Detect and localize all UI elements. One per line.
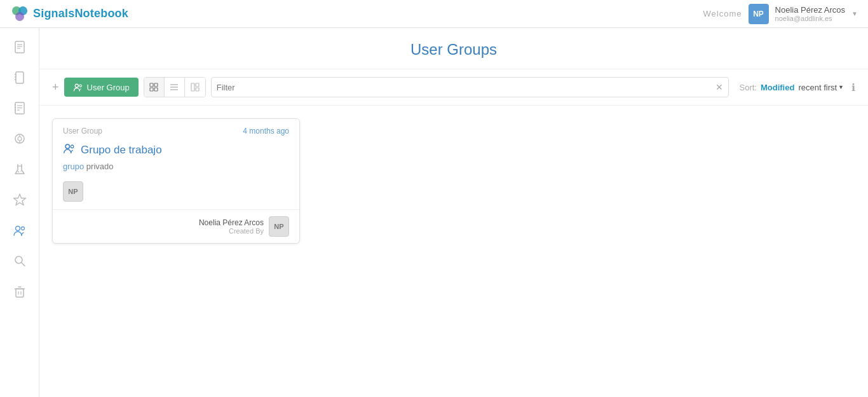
svg-rect-46 [196,88,199,91]
toolbar: + User Group [39,69,868,106]
sidebar-item-user-groups[interactable] [6,216,34,244]
user-menu-chevron[interactable]: ▼ [851,10,858,17]
card-footer: Noelia Pérez Arcos Created By NP [53,209,299,243]
sidebar-item-search[interactable] [6,247,34,275]
svg-point-2 [15,12,24,21]
svg-rect-15 [15,104,16,106]
card-title: Grupo de trabajo [81,144,162,157]
svg-point-23 [18,171,19,172]
svg-rect-38 [154,83,158,87]
member-avatar: NP [63,181,83,202]
card-type: User Group [63,127,102,136]
page-title: User Groups [39,41,868,59]
filter-wrap: ✕ [211,77,729,97]
svg-point-24 [20,171,21,171]
sidebar-item-lab[interactable] [6,155,34,183]
creator-name: Noelia Pérez Arcos [199,218,264,227]
svg-rect-45 [196,83,199,87]
svg-rect-39 [150,88,153,91]
svg-point-19 [18,137,22,141]
info-icon[interactable]: ℹ [851,81,855,94]
filter-clear-button[interactable]: ✕ [715,82,723,92]
sidebar-item-chemistry[interactable] [6,125,34,153]
list-icon [170,83,179,92]
user-email: noelia@addlink.es [775,15,832,22]
header-right: Welcome NP Noelia Pérez Arcos noelia@add… [703,4,858,24]
svg-rect-17 [15,109,16,111]
svg-line-29 [22,263,25,266]
sidebar [0,28,39,397]
welcome-text: Welcome [703,9,742,18]
split-icon [191,83,200,92]
svg-rect-30 [16,289,24,297]
card-header: User Group 4 months ago [53,119,299,139]
creator-avatar: NP [269,216,289,237]
page-title-bar: User Groups [39,28,868,69]
add-icon[interactable]: + [52,81,59,94]
sidebar-item-favorites[interactable] [6,186,34,214]
card-title-row: Grupo de trabajo [53,139,299,160]
svg-marker-25 [13,194,25,205]
svg-point-28 [15,256,22,263]
card-title-icon [63,142,76,158]
created-by-text: Noelia Pérez Arcos Created By [199,218,264,235]
card-subtitle: grupo privado [53,160,299,178]
logo-text: SignalsNotebook [33,7,128,20]
sidebar-item-journal[interactable] [6,33,34,61]
sort-area: Sort: Modified recent first ▼ ℹ [739,81,855,94]
sort-label: Sort: [739,83,756,92]
svg-point-27 [21,227,24,230]
header-avatar: NP [749,4,769,24]
view-toggle [144,77,206,97]
list-view-button[interactable] [165,78,185,97]
svg-point-48 [71,145,74,148]
main-layout: User Groups + User Group [0,28,868,397]
cards-area: User Group 4 months ago Grupo de trabajo [39,106,868,256]
top-header: SignalsNotebook Welcome NP Noelia Pérez … [0,0,868,28]
card-subtitle-rest: privado [84,162,113,171]
user-group-icon [73,82,83,92]
sidebar-item-notebook[interactable] [6,64,34,92]
grid-view-button[interactable] [144,78,165,97]
svg-point-35 [75,84,78,87]
svg-rect-44 [191,83,194,91]
svg-rect-37 [150,83,153,87]
card-members: NP [53,178,299,209]
card-time: 4 months ago [243,127,289,136]
user-info: Noelia Pérez Arcos noelia@addlink.es [775,5,846,22]
user-name: Noelia Pérez Arcos [775,5,846,15]
filter-input[interactable] [217,83,716,92]
sidebar-item-report[interactable] [6,94,34,122]
sort-order-button[interactable]: recent first ▼ [798,83,844,92]
svg-rect-40 [154,88,158,91]
svg-rect-16 [15,107,16,108]
logo-icon [10,4,29,24]
svg-rect-7 [16,72,24,83]
svg-point-47 [65,144,69,148]
sort-chevron-icon: ▼ [838,84,844,90]
content-area: User Groups + User Group [39,28,868,397]
logo: SignalsNotebook [10,4,128,24]
add-user-group-button[interactable]: User Group [64,78,139,97]
creator-label: Created By [199,227,264,235]
svg-rect-3 [15,41,24,53]
svg-point-36 [79,85,81,87]
card-subtitle-highlight: grupo [63,162,84,171]
sidebar-item-trash[interactable] [6,277,34,305]
svg-point-26 [15,226,20,231]
user-group-card[interactable]: User Group 4 months ago Grupo de trabajo [52,118,300,244]
add-button-label: User Group [87,83,130,92]
other-view-button[interactable] [185,78,205,97]
sort-value: Modified [761,83,794,92]
grid-icon [149,83,158,92]
